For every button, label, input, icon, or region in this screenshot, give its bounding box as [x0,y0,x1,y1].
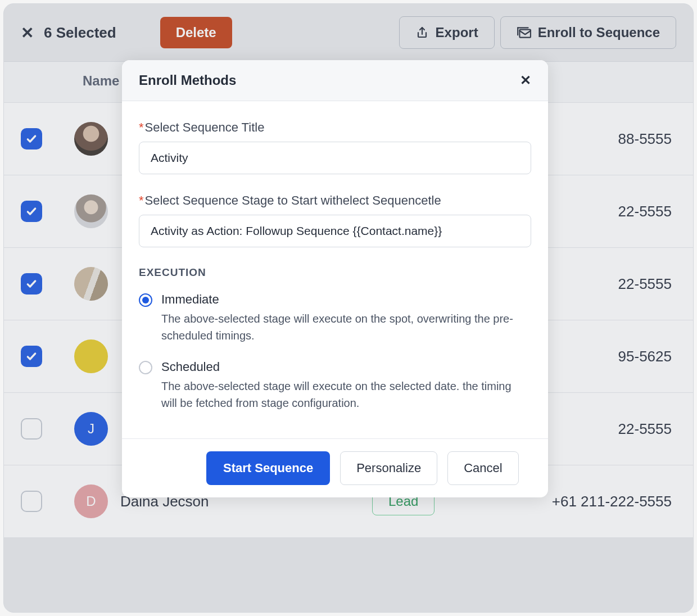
app-container: ✕ 6 Selected Delete Export Enroll to Seq… [3,3,694,613]
execution-option-immediate[interactable]: Immediate The above-selected stage will … [139,292,531,344]
radio-desc-scheduled: The above-selected stage will execute on… [161,378,515,411]
radio-icon [139,293,152,307]
avatar [74,267,108,301]
avatar [74,122,108,156]
personalize-button[interactable]: Personalize [340,451,437,485]
start-sequence-button[interactable]: Start Sequence [206,451,330,485]
phone-number: 22-5555 [618,203,676,220]
cancel-button[interactable]: Cancel [447,451,518,485]
sequence-stage-label: *Select Sequence Stage to Start withelec… [139,193,531,208]
avatar: D [74,484,108,518]
row-checkbox[interactable] [21,418,42,440]
sequence-title-label: *Select Sequence Title [139,120,531,135]
radio-icon [139,361,152,374]
modal-footer: Start Sequence Personalize Cancel [122,438,548,497]
selected-count-label: 6 Selected [44,24,116,42]
svg-rect-0 [519,30,531,38]
avatar: J [74,412,108,446]
envelope-stack-icon [517,26,531,39]
delete-button[interactable]: Delete [160,17,232,48]
radio-desc-immediate: The above-selected stage will execute on… [161,310,515,344]
row-checkbox[interactable] [21,273,42,295]
export-icon [415,26,429,39]
phone-number: +61 211-222-5555 [552,493,676,510]
top-bar: ✕ 6 Selected Delete Export Enroll to Seq… [4,4,693,61]
modal-header: Enroll Methods ✕ [122,60,548,101]
radio-label-immediate: Immediate [161,292,515,307]
phone-number: 22-5555 [618,420,676,438]
row-checkbox[interactable] [21,201,42,222]
sequence-title-input[interactable] [139,142,531,174]
phone-number: 88-5555 [618,130,676,148]
row-checkbox[interactable] [21,346,42,367]
sequence-stage-input[interactable] [139,215,531,247]
phone-number: 95-5625 [618,348,676,365]
close-icon[interactable]: ✕ [520,73,531,88]
avatar [74,194,108,228]
row-checkbox[interactable] [21,491,42,512]
export-button[interactable]: Export [399,16,495,49]
close-selection-icon[interactable]: ✕ [21,24,38,42]
radio-label-scheduled: Scheduled [161,360,515,374]
modal-body: *Select Sequence Title *Select Sequence … [122,101,548,438]
execution-heading: EXECUTION [139,266,531,279]
row-checkbox[interactable] [21,128,42,150]
execution-option-scheduled[interactable]: Scheduled The above-selected stage will … [139,360,531,411]
column-header-name[interactable]: Name [74,73,119,89]
enroll-to-sequence-button[interactable]: Enroll to Sequence [500,16,676,49]
phone-number: 22-5555 [618,275,676,293]
enroll-methods-modal: Enroll Methods ✕ *Select Sequence Title … [122,60,548,497]
avatar [74,339,108,373]
modal-title: Enroll Methods [139,73,236,88]
